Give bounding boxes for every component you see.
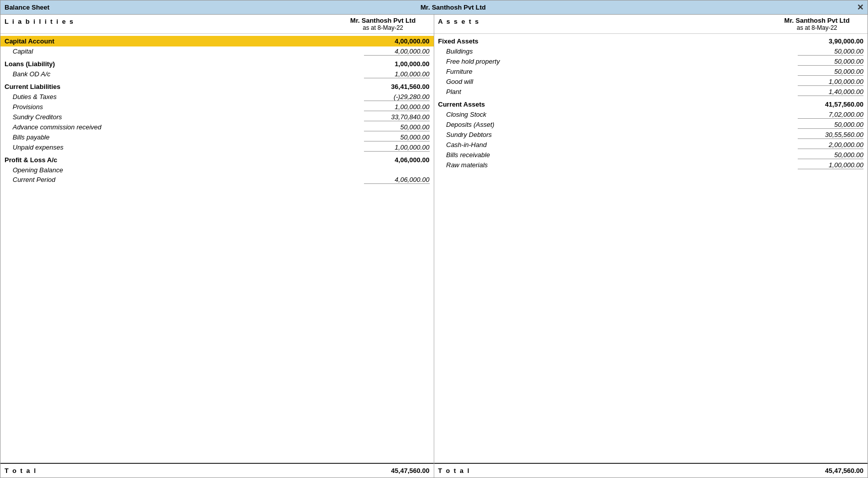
current-liabilities-total: 36,41,560.00	[364, 83, 430, 90]
plant-value: 1,40,000.00	[798, 88, 863, 96]
right-total-label: T o t a l	[438, 467, 798, 474]
advance-commission-label: Advance commission received	[13, 123, 364, 131]
liabilities-table: Capital Account 4,00,000.00 Capital 4,00…	[1, 34, 434, 463]
freehold-value: 50,000.00	[798, 58, 863, 66]
provisions-row: Provisions 1,00,000.00	[1, 102, 434, 112]
unpaid-expenses-row: Unpaid expenses 1,00,000.00	[1, 142, 434, 153]
left-total-value: 45,47,560.00	[364, 467, 430, 474]
current-assets-label: Current Assets	[438, 101, 798, 108]
liabilities-title: L i a b i l i t i e s	[5, 18, 329, 25]
deposits-label: Deposits (Asset)	[446, 121, 798, 129]
unpaid-expenses-value: 1,00,000.00	[364, 144, 430, 152]
right-total-value: 45,47,560.00	[798, 467, 863, 474]
freehold-row: Free hold property 50,000.00	[434, 57, 868, 67]
buildings-label: Buildings	[446, 47, 798, 56]
close-button[interactable]: ✕	[857, 3, 863, 12]
current-period-row: Current Period 4,06,000.00	[1, 175, 434, 185]
loans-total: 1,00,000.00	[364, 60, 430, 68]
main-layout: L i a b i l i t i e s Mr. Santhosh Pvt L…	[1, 15, 867, 477]
advance-commission-value: 50,000.00	[364, 123, 430, 131]
assets-table: Fixed Assets 3,90,000.00 Buildings 50,00…	[434, 34, 868, 463]
cash-in-hand-label: Cash-in-Hand	[446, 141, 798, 149]
bills-receivable-label: Bills receivable	[446, 151, 798, 159]
bank-od-label: Bank OD A/c	[13, 70, 364, 78]
raw-materials-value: 1,00,000.00	[798, 161, 863, 169]
buildings-row: Buildings 50,000.00	[434, 46, 868, 57]
right-company: Mr. Santhosh Pvt Ltd	[770, 17, 863, 24]
left-header-info: Mr. Santhosh Pvt Ltd as at 8-May-22	[333, 15, 434, 33]
current-liabilities-label: Current Liabilities	[5, 83, 364, 90]
closing-stock-label: Closing Stock	[446, 111, 798, 119]
left-title-area: L i a b i l i t i e s	[1, 15, 333, 33]
opening-balance-row: Opening Balance	[1, 165, 434, 175]
bank-od-row: Bank OD A/c 1,00,000.00	[1, 69, 434, 79]
sundry-debtors-row: Sundry Debtors 30,55,560.00	[434, 130, 868, 140]
pnl-label: Profit & Loss A/c	[5, 156, 364, 164]
balance-sheet-window: Balance Sheet Mr. Santhosh Pvt Ltd ✕ L i…	[0, 0, 868, 478]
capital-account-row: Capital Account 4,00,000.00	[1, 36, 434, 46]
assets-panel: A s s e t s Mr. Santhosh Pvt Ltd as at 8…	[434, 15, 868, 477]
current-period-label: Current Period	[13, 176, 364, 184]
goodwill-label: Good will	[446, 78, 798, 86]
right-title-area: A s s e t s	[434, 15, 767, 33]
raw-materials-label: Raw materials	[446, 161, 798, 169]
capital-label: Capital	[13, 47, 364, 56]
sundry-creditors-label: Sundry Creditors	[13, 113, 364, 121]
current-assets-total: 41,57,560.00	[798, 101, 863, 108]
deposits-value: 50,000.00	[798, 121, 863, 129]
plant-label: Plant	[446, 88, 798, 96]
sundry-creditors-row: Sundry Creditors 33,70,840.00	[1, 112, 434, 122]
right-date: as at 8-May-22	[770, 24, 863, 31]
sundry-debtors-value: 30,55,560.00	[798, 131, 863, 139]
fixed-assets-row: Fixed Assets 3,90,000.00	[434, 36, 868, 46]
provisions-value: 1,00,000.00	[364, 103, 430, 111]
loans-label: Loans (Liability)	[5, 60, 364, 68]
bills-payable-label: Bills payable	[13, 133, 364, 141]
plant-row: Plant 1,40,000.00	[434, 87, 868, 97]
bills-payable-value: 50,000.00	[364, 133, 430, 141]
current-period-value: 4,06,000.00	[364, 176, 430, 184]
assets-title: A s s e t s	[438, 18, 763, 25]
window-title: Balance Sheet	[5, 4, 50, 11]
freehold-label: Free hold property	[446, 58, 798, 66]
right-total-row: T o t a l 45,47,560.00	[434, 463, 868, 477]
furniture-label: Furniture	[446, 68, 798, 76]
opening-balance-label: Opening Balance	[13, 166, 364, 174]
duties-taxes-row: Duties & Taxes (-)29,280.00	[1, 92, 434, 102]
fixed-assets-total: 3,90,000.00	[798, 37, 863, 45]
goodwill-row: Good will 1,00,000.00	[434, 77, 868, 87]
furniture-value: 50,000.00	[798, 68, 863, 76]
left-total-row: T o t a l 45,47,560.00	[1, 463, 434, 477]
goodwill-value: 1,00,000.00	[798, 78, 863, 86]
pnl-total: 4,06,000.00	[364, 156, 430, 164]
right-header: A s s e t s Mr. Santhosh Pvt Ltd as at 8…	[434, 15, 868, 34]
left-company: Mr. Santhosh Pvt Ltd	[337, 17, 430, 24]
current-assets-row: Current Assets 41,57,560.00	[434, 99, 868, 110]
raw-materials-row: Raw materials 1,00,000.00	[434, 160, 868, 170]
buildings-value: 50,000.00	[798, 47, 863, 56]
deposits-row: Deposits (Asset) 50,000.00	[434, 120, 868, 130]
sundry-creditors-value: 33,70,840.00	[364, 113, 430, 121]
left-header: L i a b i l i t i e s Mr. Santhosh Pvt L…	[1, 15, 434, 34]
capital-account-label: Capital Account	[5, 37, 364, 45]
capital-account-total: 4,00,000.00	[364, 37, 430, 45]
cash-in-hand-value: 2,00,000.00	[798, 141, 863, 149]
duties-taxes-value: (-)29,280.00	[364, 93, 430, 101]
current-liabilities-row: Current Liabilities 36,41,560.00	[1, 81, 434, 92]
cash-in-hand-row: Cash-in-Hand 2,00,000.00	[434, 140, 868, 150]
left-total-label: T o t a l	[5, 467, 364, 474]
furniture-row: Furniture 50,000.00	[434, 67, 868, 77]
right-header-info: Mr. Santhosh Pvt Ltd as at 8-May-22	[766, 15, 867, 33]
sundry-debtors-label: Sundry Debtors	[446, 131, 798, 139]
closing-stock-value: 7,02,000.00	[798, 111, 863, 119]
bills-receivable-value: 50,000.00	[798, 151, 863, 159]
bills-payable-row: Bills payable 50,000.00	[1, 132, 434, 142]
pnl-row: Profit & Loss A/c 4,06,000.00	[1, 155, 434, 165]
capital-value: 4,00,000.00	[364, 47, 430, 56]
bills-receivable-row: Bills receivable 50,000.00	[434, 150, 868, 160]
window-company: Mr. Santhosh Pvt Ltd	[421, 4, 486, 11]
liabilities-panel: L i a b i l i t i e s Mr. Santhosh Pvt L…	[1, 15, 434, 477]
loans-row: Loans (Liability) 1,00,000.00	[1, 59, 434, 69]
advance-commission-row: Advance commission received 50,000.00	[1, 122, 434, 132]
capital-item-row: Capital 4,00,000.00	[1, 46, 434, 57]
